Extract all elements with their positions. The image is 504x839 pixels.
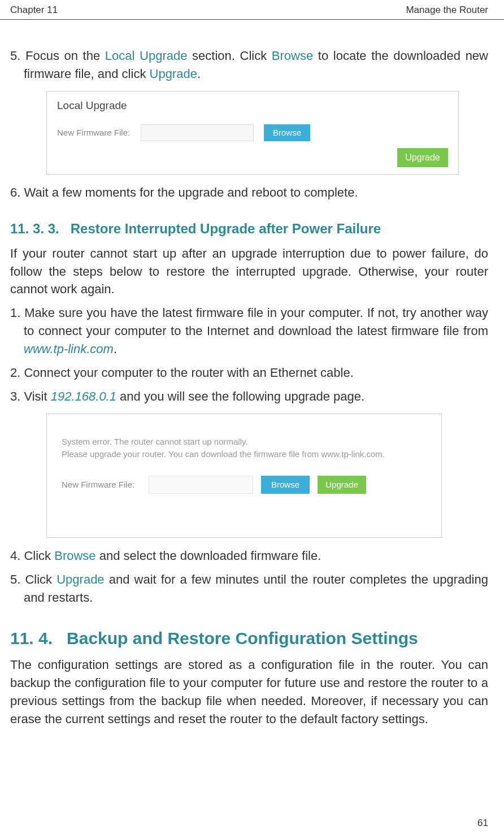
restore-step-3: 3. Visit 192.168.0.1 and you will see th… <box>10 388 488 406</box>
heading-text: Backup and Restore Configuration Setting… <box>67 629 418 647</box>
heading-number: 11. 3. 3. <box>10 221 59 236</box>
figure-row: New Firmware File: Browse Upgrade <box>62 476 427 494</box>
text: 5. Focus on the <box>10 49 105 63</box>
browse-button[interactable]: Browse <box>261 476 310 494</box>
restore-step-1: 1. Make sure you have the latest firmwar… <box>10 304 488 358</box>
section-heading-11-4: 11. 4. Backup and Restore Configuration … <box>10 629 488 648</box>
tp-link-url: www.tp-link.com <box>24 342 114 356</box>
upgrade-label: Upgrade <box>57 572 104 586</box>
text: . <box>114 342 117 356</box>
text: . <box>197 67 201 81</box>
text: 1. Make sure you have the latest firmwar… <box>10 306 488 338</box>
figure-row: New Firmware File: Browse <box>57 124 448 141</box>
figure-upgrade-page: System error. The router cannot start up… <box>46 414 442 538</box>
browse-label: Browse <box>272 49 313 63</box>
restore-step-2: 2. Connect your computer to the router w… <box>10 364 488 382</box>
restore-step-4: 4. Click Browse and select the downloade… <box>10 547 488 565</box>
text: section. Click <box>187 49 271 63</box>
text: 3. Visit <box>10 389 51 403</box>
error-line-1: System error. The router cannot start up… <box>62 437 248 446</box>
section-heading-11-3-3: 11. 3. 3. Restore Interrupted Upgrade af… <box>10 221 488 237</box>
figure-title: Local Upgrade <box>57 99 448 112</box>
step-6: 6. Wait a few moments for the upgrade an… <box>10 184 488 202</box>
restore-step-5: 5. Click Upgrade and wait for a few minu… <box>10 571 488 607</box>
text: and you will see the following upgrade p… <box>116 389 364 403</box>
firmware-file-input[interactable] <box>149 476 253 494</box>
heading-number: 11. 4. <box>10 629 53 647</box>
page-number: 61 <box>477 818 488 829</box>
firmware-file-input[interactable] <box>141 124 254 141</box>
page-header: Chapter 11 Manage the Router <box>0 0 504 20</box>
error-line-2: Please upgrade your router. You can down… <box>62 449 385 459</box>
text: and select the downloaded firmware file. <box>96 549 321 563</box>
upgrade-label: Upgrade <box>150 67 197 81</box>
browse-label: Browse <box>54 549 95 563</box>
new-firmware-label: New Firmware File: <box>57 128 131 137</box>
browse-button[interactable]: Browse <box>264 124 310 141</box>
paragraph-intro: If your router cannot start up after an … <box>10 245 488 299</box>
text: 4. Click <box>10 549 54 563</box>
error-message: System error. The router cannot start up… <box>62 436 427 461</box>
text: 5. Click <box>10 572 57 586</box>
upgrade-button[interactable]: Upgrade <box>397 148 448 167</box>
step-5: 5. Focus on the Local Upgrade section. C… <box>10 47 488 83</box>
page-content: 5. Focus on the Local Upgrade section. C… <box>0 20 504 728</box>
heading-text: Restore Interrupted Upgrade after Power … <box>71 221 381 236</box>
figure-local-upgrade: Local Upgrade New Firmware File: Browse … <box>46 91 459 175</box>
new-firmware-label: New Firmware File: <box>62 480 141 489</box>
local-upgrade-label: Local Upgrade <box>105 49 188 63</box>
router-ip: 192.168.0.1 <box>51 389 116 403</box>
upgrade-button[interactable]: Upgrade <box>318 476 366 494</box>
paragraph-backup: The configuration settings are stored as… <box>10 656 488 728</box>
header-right: Manage the Router <box>406 5 488 16</box>
header-left: Chapter 11 <box>10 5 58 16</box>
